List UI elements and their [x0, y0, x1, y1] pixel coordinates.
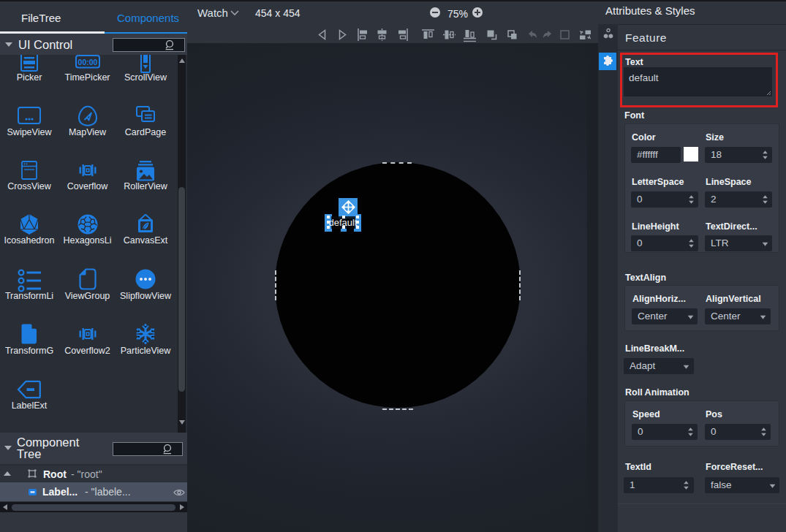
svg-text:00:00: 00:00 [78, 58, 97, 66]
